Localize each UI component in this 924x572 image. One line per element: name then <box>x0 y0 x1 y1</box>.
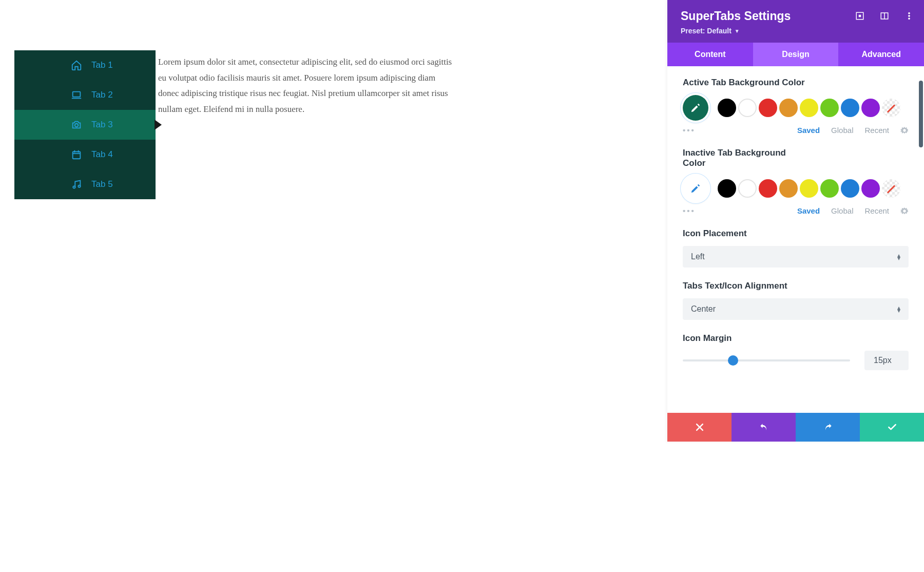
tab-label: Tab 5 <box>91 179 113 189</box>
active-tab-caret-icon <box>155 120 162 130</box>
svg-point-10 <box>909 18 910 20</box>
field-icon-placement: Icon Placement Left ▴▾ <box>683 228 909 268</box>
gear-icon[interactable] <box>900 207 909 215</box>
camera-icon <box>71 119 82 130</box>
swatch-none[interactable] <box>882 99 900 117</box>
columns-icon[interactable] <box>880 11 889 21</box>
swatch-white[interactable] <box>738 179 757 198</box>
tab-row-2[interactable]: Tab 2 <box>14 80 156 110</box>
panel-header: SuperTabs Settings Preset: Default ▼ <box>667 0 924 43</box>
swatch-red[interactable] <box>759 179 777 198</box>
tab-row-3[interactable]: Tab 3 <box>14 110 156 140</box>
field-alignment: Tabs Text/Icon Alignment Center ▴▾ <box>683 281 909 320</box>
swatch-black[interactable] <box>718 179 736 198</box>
label-icon-margin: Icon Margin <box>683 333 806 344</box>
palette-tab-recent[interactable]: Recent <box>864 206 889 215</box>
svg-point-8 <box>909 12 910 14</box>
swatch-current-inactive[interactable] <box>683 176 708 201</box>
slider-value[interactable]: 15px <box>864 351 909 370</box>
select-icon-placement[interactable]: Left ▴▾ <box>683 246 909 268</box>
swatch-orange[interactable] <box>779 179 798 198</box>
swatch-orange[interactable] <box>779 99 798 117</box>
svg-point-3 <box>73 186 75 188</box>
tab-label: Tab 4 <box>91 149 113 160</box>
swatch-black[interactable] <box>718 99 736 117</box>
palette-tab-saved[interactable]: Saved <box>797 126 820 135</box>
panel-tabs: Content Design Advanced <box>667 43 924 66</box>
palette-tab-global[interactable]: Global <box>831 126 853 135</box>
gear-icon[interactable] <box>900 126 909 135</box>
expand-icon[interactable] <box>855 11 864 21</box>
field-icon-margin: Icon Margin 15px <box>683 333 909 370</box>
swatch-green[interactable] <box>820 179 839 198</box>
swatch-current-active[interactable] <box>683 95 708 121</box>
tab-row-4[interactable]: Tab 4 <box>14 140 156 169</box>
preset-label: Preset: Default <box>681 27 732 35</box>
swatch-purple[interactable] <box>861 99 880 117</box>
svg-rect-6 <box>859 15 861 17</box>
undo-button[interactable] <box>732 413 796 442</box>
swatch-yellow[interactable] <box>800 179 818 198</box>
select-chevrons-icon: ▴▾ <box>897 306 900 312</box>
slider-icon-margin: 15px <box>683 351 909 370</box>
panel-footer <box>667 413 924 442</box>
palette-footer-inactive: ••• Saved Global Recent <box>683 206 909 215</box>
supertabs-widget: Tab 1 Tab 2 Tab 3 Tab 4 Tab 5 <box>14 50 156 199</box>
undo-icon <box>759 422 769 432</box>
palette-footer-active: ••• Saved Global Recent <box>683 126 909 135</box>
swatch-yellow[interactable] <box>800 99 818 117</box>
close-icon <box>695 422 705 432</box>
swatch-green[interactable] <box>820 99 839 117</box>
scrollbar-thumb[interactable] <box>919 81 923 147</box>
preview-canvas: Tab 1 Tab 2 Tab 3 Tab 4 Tab 5 <box>0 0 452 442</box>
swatch-row-active <box>683 95 909 121</box>
svg-rect-0 <box>73 92 81 97</box>
tab-row-5[interactable]: Tab 5 <box>14 169 156 199</box>
select-chevrons-icon: ▴▾ <box>897 254 900 260</box>
palette-tab-global[interactable]: Global <box>831 206 853 215</box>
slider-track[interactable] <box>683 359 850 361</box>
swatch-blue[interactable] <box>841 99 859 117</box>
svg-point-1 <box>75 124 78 127</box>
more-dots-icon[interactable]: ••• <box>683 126 696 135</box>
swatch-red[interactable] <box>759 99 777 117</box>
eyedropper-icon <box>690 102 701 113</box>
swatch-none[interactable] <box>882 179 900 198</box>
tab-content[interactable]: Content <box>667 43 753 66</box>
label-icon-placement: Icon Placement <box>683 228 806 239</box>
cancel-button[interactable] <box>667 413 732 442</box>
tab-content-text: Lorem ipsum dolor sit amet, consectetur … <box>158 54 453 117</box>
eyedropper-icon <box>690 183 701 194</box>
confirm-button[interactable] <box>860 413 924 442</box>
kebab-menu-icon[interactable] <box>904 11 914 21</box>
laptop-icon <box>71 89 82 101</box>
label-alignment: Tabs Text/Icon Alignment <box>683 281 806 291</box>
redo-icon <box>823 422 833 432</box>
swatch-blue[interactable] <box>841 179 859 198</box>
chevron-down-icon: ▼ <box>735 28 740 34</box>
select-value: Left <box>691 252 705 261</box>
preset-selector[interactable]: Preset: Default ▼ <box>681 27 740 35</box>
panel-body: Active Tab Background Color ••• Saved Gl… <box>667 66 924 413</box>
tab-row-1[interactable]: Tab 1 <box>14 50 156 80</box>
tab-label: Tab 2 <box>91 90 113 100</box>
panel-header-actions <box>855 11 914 21</box>
select-alignment[interactable]: Center ▴▾ <box>683 298 909 320</box>
swatch-row-inactive <box>683 176 909 201</box>
tab-label: Tab 1 <box>91 60 113 70</box>
calendar-icon <box>71 149 82 160</box>
svg-point-4 <box>78 185 80 187</box>
palette-tab-recent[interactable]: Recent <box>864 126 889 135</box>
swatch-white[interactable] <box>738 99 757 117</box>
swatch-purple[interactable] <box>861 179 880 198</box>
select-value: Center <box>691 304 716 314</box>
field-inactive-bg: Inactive Tab Background Color ••• Saved … <box>683 148 909 215</box>
more-dots-icon[interactable]: ••• <box>683 206 696 215</box>
tab-advanced[interactable]: Advanced <box>838 43 924 66</box>
tab-design[interactable]: Design <box>753 43 839 66</box>
slider-thumb[interactable] <box>728 355 738 366</box>
redo-button[interactable] <box>796 413 860 442</box>
home-icon <box>71 60 82 71</box>
palette-tab-saved[interactable]: Saved <box>797 206 820 215</box>
settings-panel: SuperTabs Settings Preset: Default ▼ Con… <box>667 0 924 442</box>
